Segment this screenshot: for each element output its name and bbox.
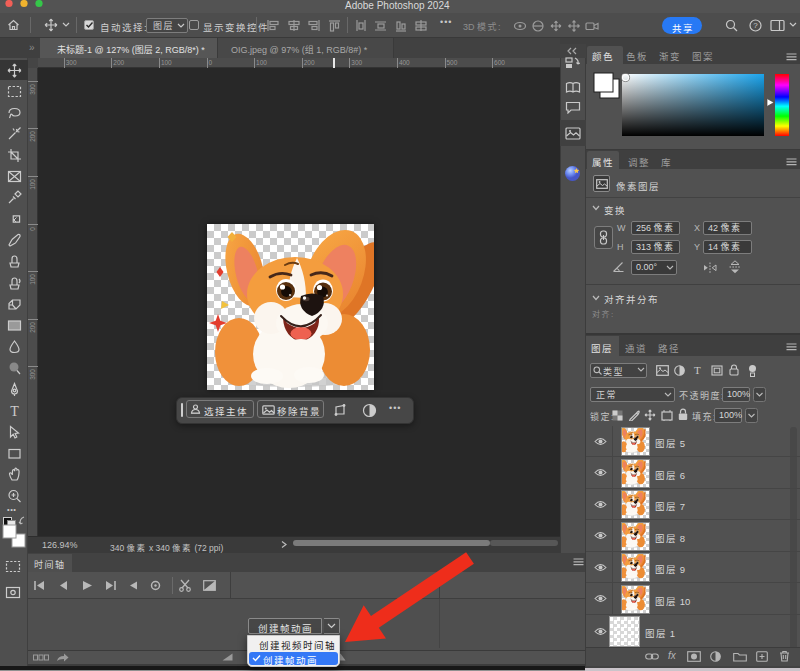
svg-text:T: T: [10, 404, 19, 419]
svg-text:?: ?: [753, 21, 758, 30]
